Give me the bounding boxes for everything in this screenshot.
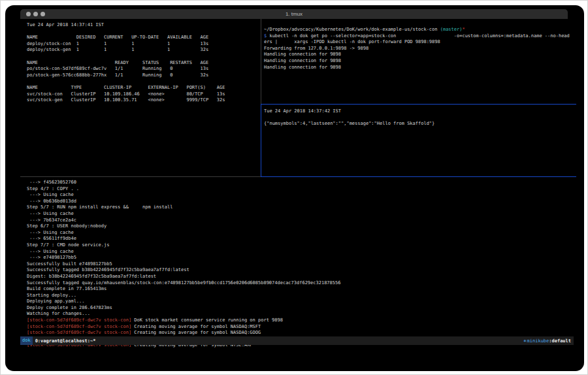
pod-log-prefix: [stock-con-5d7df689cf-dwc7v stock-con]	[27, 330, 131, 335]
status-right-section: ⎈ minikube :default	[523, 338, 574, 344]
kube-namespace-label: :default	[549, 338, 571, 344]
kube-context-label: minikube	[527, 338, 549, 344]
window-title: 1. tmux	[20, 11, 568, 17]
pod-log-message: Creating moving average for symbol NASDA…	[131, 330, 261, 335]
docker-build-log: ---> f45623052760 Step 4/7 : COPY . . --…	[27, 180, 576, 318]
pane-port-forward-shell[interactable]: ~/Dropbox/advocacy/Kubernetes/DoK/work/d…	[261, 19, 576, 104]
pod-log-message: Creating moving average for symbol NASDA…	[131, 324, 261, 329]
terminal-window: 1. tmux Tue 24 Apr 2018 14:37:41 IST NAM…	[5, 5, 584, 371]
git-dirty-marker: *	[462, 27, 465, 32]
window-titlebar[interactable]: 1. tmux	[20, 9, 568, 19]
pane-kubectl-watch[interactable]: Tue 24 Apr 2018 14:37:41 IST NAME DESIRE…	[20, 19, 261, 163]
pane-service-response[interactable]: Tue 24 Apr 2018 14:37:42 IST {"numsymbol…	[261, 105, 576, 176]
pod-log-line: [stock-con-5d7df689cf-dwc7v stock-con] D…	[27, 318, 576, 324]
shell-command-line: $ kubectl -n dok get po --selector=app=s…	[264, 33, 576, 40]
session-name-badge[interactable]: dok	[20, 336, 33, 345]
pod-log-prefix: [stock-con-5d7df689cf-dwc7v stock-con]	[27, 324, 131, 329]
git-branch-label: (master)	[438, 27, 463, 32]
pane-divider-vertical-inactive[interactable]	[261, 19, 261, 104]
port-forward-output: ers | xargs -IPOD kubectl -n dok port-fo…	[264, 39, 576, 71]
pane-divider-vertical-active[interactable]	[261, 104, 261, 177]
screenshot-canvas: 1. tmux Tue 24 Apr 2018 14:37:41 IST NAM…	[0, 0, 588, 375]
cwd-path: ~/Dropbox/advocacy/Kubernetes/DoK/work/d…	[264, 27, 438, 32]
active-window-label[interactable]: 0:vagrant@localhost:~*	[33, 338, 96, 344]
pod-log-line: [stock-con-5d7df689cf-dwc7v stock-con] C…	[27, 324, 576, 331]
tmux-terminal: Tue 24 Apr 2018 14:37:41 IST NAME DESIRE…	[5, 19, 584, 336]
pod-log-message: DoK stock market consumer service runnin…	[131, 318, 283, 323]
pane-skaffold-build-log[interactable]: ---> f45623052760 Step 4/7 : COPY . . --…	[20, 177, 576, 350]
kubectl-command: kubectl -n dok get po --selector=app=sto…	[267, 33, 570, 39]
pane-divider-horizontal-right[interactable]	[261, 104, 576, 105]
shell-prompt-path-line: ~/Dropbox/advocacy/Kubernetes/DoK/work/d…	[264, 27, 576, 33]
tmux-status-bar: dok 0:vagrant@localhost:~* ⎈ minikube :d…	[20, 336, 574, 345]
pod-log-line: [stock-con-5d7df689cf-dwc7v stock-con] C…	[27, 330, 576, 336]
pod-log-prefix: [stock-con-5d7df689cf-dwc7v stock-con]	[27, 318, 131, 323]
